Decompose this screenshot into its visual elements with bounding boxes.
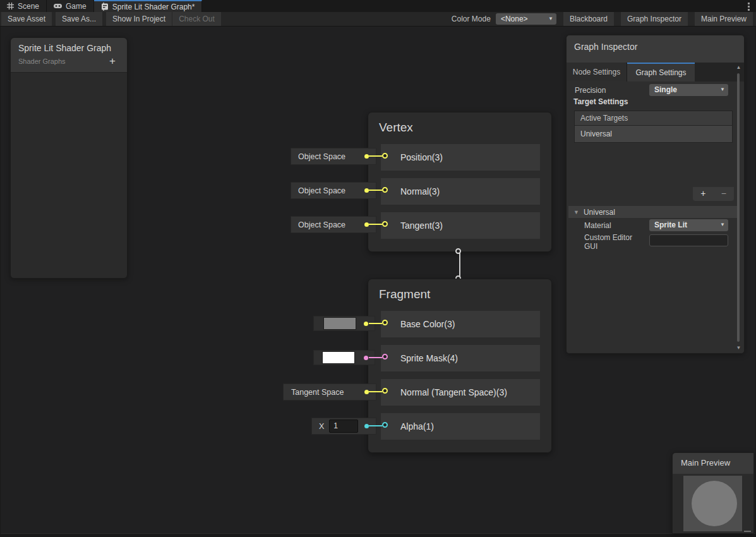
port-dot-icon: [364, 154, 369, 159]
alpha-port[interactable]: [382, 422, 388, 428]
scroll-up-icon[interactable]: ▲: [735, 64, 743, 70]
port-label: Alpha(1): [400, 421, 434, 431]
alpha-input[interactable]: 1: [329, 419, 358, 433]
universal-foldout-label: Universal: [584, 208, 615, 217]
port-dot-icon: [364, 356, 368, 360]
target-settings-label: Target Settings: [573, 97, 628, 106]
position-port[interactable]: [382, 153, 388, 159]
preview-render-area: [683, 476, 742, 531]
inspector-tab-strip: Node Settings Graph Settings: [567, 63, 744, 81]
blackboard-panel[interactable]: Sprite Lit Shader Graph Shader Graphs +: [10, 37, 128, 279]
show-in-project-button[interactable]: Show In Project: [106, 12, 172, 26]
foldout-triangle-icon: ▼: [573, 209, 579, 215]
main-preview-toggle-button[interactable]: Main Preview: [695, 12, 753, 26]
custom-editor-gui-input[interactable]: [649, 234, 728, 246]
resize-grip-icon[interactable]: [744, 531, 751, 532]
material-dropdown[interactable]: Sprite Lit ▼: [649, 219, 728, 231]
port-connector-line: [369, 391, 382, 392]
port-connector-line: [369, 190, 382, 191]
toolbar-right-group: Color Mode <None> ▼ Blackboard Graph Ins…: [452, 12, 753, 26]
normal-tangent-space-port[interactable]: [382, 388, 388, 394]
alpha-value-field: X 1: [311, 418, 376, 435]
remove-target-button[interactable]: −: [714, 187, 735, 201]
tab-shader-graph[interactable]: Sprite Lit Shader Graph*: [94, 0, 203, 12]
base-color-port[interactable]: [382, 320, 388, 325]
chevron-down-icon: ▼: [548, 13, 553, 25]
blackboard-toggle-button[interactable]: Blackboard: [563, 12, 614, 26]
vertex-node[interactable]: Vertex Position(3) Normal(3) Tangent(3): [368, 112, 552, 252]
main-preview-panel[interactable]: Main Preview: [672, 452, 754, 534]
fragment-node-title: Fragment: [368, 279, 551, 301]
tab-bar-menu-icon[interactable]: [748, 3, 750, 11]
graph-inspector-panel[interactable]: Graph Inspector Node Settings Graph Sett…: [566, 35, 745, 354]
material-label: Material: [584, 221, 611, 230]
tab-scene[interactable]: Scene: [0, 0, 47, 12]
x-component-label: X: [319, 422, 324, 431]
save-as-button[interactable]: Save As...: [56, 12, 102, 26]
chevron-down-icon: ▼: [720, 84, 725, 95]
edge-connector-icon[interactable]: [455, 248, 461, 254]
color-mode-label: Color Mode: [452, 15, 491, 23]
port-row-normal-tangent-space: Normal (Tangent Space)(3): [381, 379, 540, 406]
port-row-tangent: Tangent(3): [381, 212, 540, 239]
port-label: Base Color(3): [400, 319, 455, 329]
tab-graph-settings[interactable]: Graph Settings: [627, 63, 695, 81]
shader-graph-icon: [101, 3, 109, 11]
add-property-button[interactable]: +: [109, 57, 116, 66]
precision-label: Precision: [575, 86, 606, 95]
main-preview-body: [673, 474, 753, 534]
tab-game[interactable]: Game: [47, 0, 94, 12]
active-targets-list: Active Targets Universal: [574, 111, 733, 143]
color-swatch[interactable]: [322, 351, 355, 364]
tangent-space-dropdown[interactable]: Object Space: [291, 216, 376, 233]
main-preview-title: Main Preview: [673, 453, 753, 474]
custom-editor-gui-label: Custom Editor GUI: [584, 233, 632, 251]
color-mode-dropdown[interactable]: <None> ▼: [496, 13, 556, 25]
port-row-position: Position(3): [381, 144, 540, 171]
blackboard-header: Sprite Lit Shader Graph Shader Graphs +: [11, 38, 127, 73]
port-connector-line: [369, 425, 382, 426]
scrollbar-thumb[interactable]: [737, 73, 740, 342]
add-target-button[interactable]: +: [693, 187, 714, 201]
active-targets-header: Active Targets: [575, 111, 732, 126]
graph-inspector-title: Graph Inspector: [567, 35, 744, 63]
normal-space-dropdown[interactable]: Object Space: [291, 182, 376, 199]
normal-port[interactable]: [382, 187, 388, 193]
scene-grid-icon: [7, 3, 14, 9]
port-label: Sprite Mask(4): [400, 353, 458, 363]
target-list-toolbar: + −: [693, 187, 734, 201]
target-list-item[interactable]: Universal: [575, 126, 732, 142]
port-label: Normal(3): [400, 186, 440, 196]
port-row-alpha: Alpha(1): [381, 413, 540, 440]
tangent-port[interactable]: [382, 221, 388, 227]
port-dot-icon: [364, 322, 368, 326]
normal-space-dropdown[interactable]: Tangent Space: [283, 383, 376, 401]
save-asset-button[interactable]: Save Asset: [1, 12, 52, 26]
universal-foldout[interactable]: ▼ Universal: [568, 206, 739, 218]
port-dot-icon: [364, 222, 369, 227]
shader-graph-toolbar: Save Asset Save As... Show In Project Ch…: [0, 12, 756, 27]
port-label: Position(3): [400, 152, 443, 162]
color-swatch[interactable]: [323, 317, 356, 330]
graph-canvas[interactable]: Sprite Lit Shader Graph Shader Graphs + …: [1, 27, 755, 534]
fragment-node[interactable]: Fragment Base Color(3) Sprite Mask(4) No…: [368, 279, 552, 453]
graph-inspector-toggle-button[interactable]: Graph Inspector: [621, 12, 688, 26]
inspector-scrollbar[interactable]: ▲ ▼: [735, 64, 743, 351]
vertex-node-title: Vertex: [368, 112, 551, 135]
precision-dropdown[interactable]: Single ▼: [649, 84, 728, 96]
port-dot-icon: [364, 188, 369, 193]
port-label: Tangent(3): [400, 220, 443, 231]
port-row-base-color: Base Color(3): [381, 311, 540, 337]
tab-node-settings[interactable]: Node Settings: [567, 63, 627, 81]
port-connector-line: [369, 224, 382, 225]
check-out-button: Check Out: [172, 12, 221, 26]
inspector-body: Precision Single ▼ Target Settings Activ…: [567, 81, 744, 353]
sprite-mask-port[interactable]: [382, 354, 388, 359]
port-row-sprite-mask: Sprite Mask(4): [381, 345, 540, 371]
editor-tab-bar: Scene Game Sprite Lit Shader Graph*: [0, 0, 756, 12]
sprite-mask-swatch-field[interactable]: [313, 350, 375, 365]
position-space-dropdown[interactable]: Object Space: [291, 148, 376, 165]
scroll-down-icon[interactable]: ▼: [735, 345, 743, 351]
base-color-swatch-field[interactable]: [313, 316, 375, 331]
unity-shader-graph-window: Scene Game Sprite Lit Shader Graph* Save…: [0, 0, 756, 537]
